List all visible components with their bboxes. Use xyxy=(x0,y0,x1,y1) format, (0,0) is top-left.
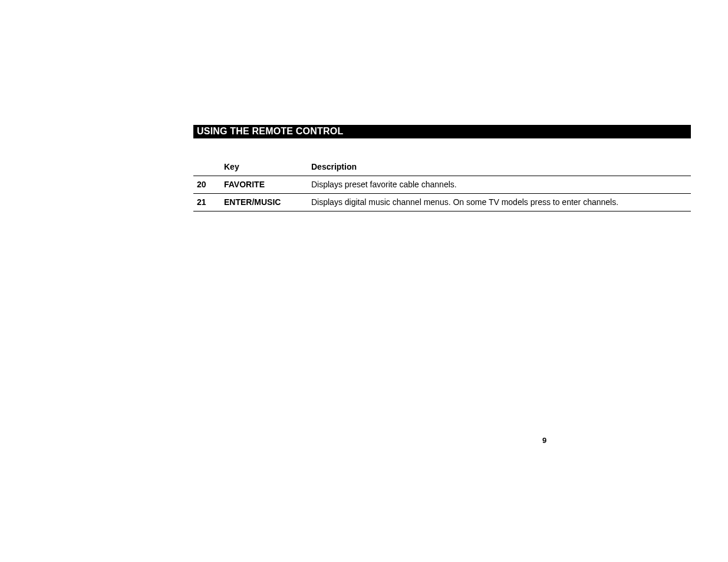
row-description: Displays preset favorite cable channels. xyxy=(311,180,691,189)
table-row: 21 ENTER/MUSIC Displays digital music ch… xyxy=(193,194,691,211)
header-key: Key xyxy=(224,162,311,171)
row-number: 20 xyxy=(193,180,224,189)
section-header: USING THE REMOTE CONTROL xyxy=(193,125,691,138)
document-page: USING THE REMOTE CONTROL Key Description… xyxy=(193,125,691,211)
table-row: 20 FAVORITE Displays preset favorite cab… xyxy=(193,176,691,194)
page-number: 9 xyxy=(542,436,546,445)
row-description: Displays digital music channel menus. On… xyxy=(311,197,691,207)
header-description: Description xyxy=(311,162,691,171)
table-header-row: Key Description xyxy=(193,162,691,176)
row-key: FAVORITE xyxy=(224,180,311,189)
row-key: ENTER/MUSIC xyxy=(224,197,311,207)
row-number: 21 xyxy=(193,197,224,207)
key-description-table: Key Description 20 FAVORITE Displays pre… xyxy=(193,162,691,211)
